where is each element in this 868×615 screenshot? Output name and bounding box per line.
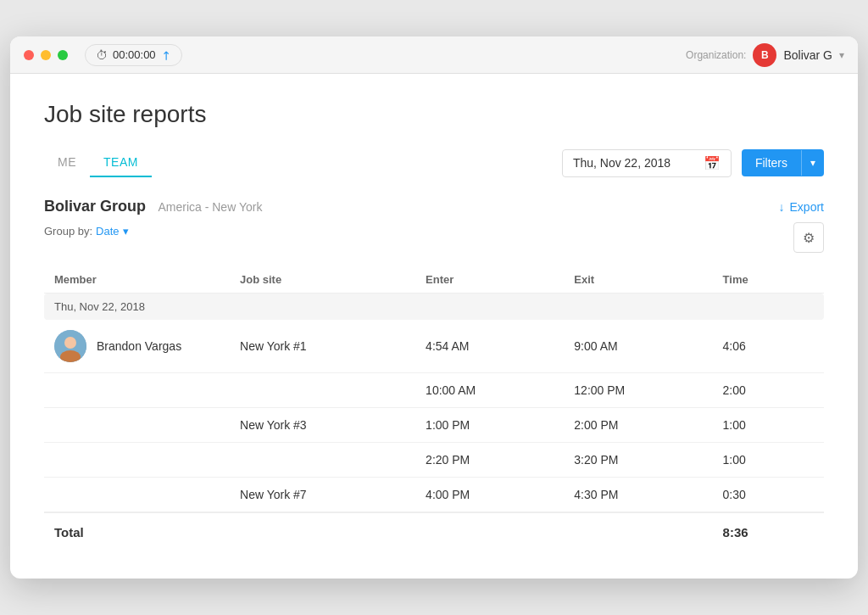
table-row: New York #31:00 PM2:00 PM1:00 xyxy=(44,408,824,443)
job-site-cell: New York #1 xyxy=(230,320,415,373)
org-label: Organization: xyxy=(686,49,746,61)
titlebar: ⏱ 00:00:00 ↗ Organization: B Bolivar G ▾ xyxy=(10,36,858,74)
member-cell xyxy=(44,373,230,408)
org-chevron-icon: ▾ xyxy=(839,49,844,61)
member-cell: Brandon Vargas xyxy=(44,320,230,373)
tab-group: ME TEAM xyxy=(44,148,152,177)
group-by-chevron-icon: ▾ xyxy=(123,225,129,238)
col-time: Time xyxy=(713,266,824,294)
table-header: Member Job site Enter Exit Time xyxy=(44,266,824,294)
page-title: Job site reports xyxy=(44,101,824,128)
close-button[interactable] xyxy=(24,50,34,60)
time-cell: 0:30 xyxy=(713,478,824,513)
table-row: 2:20 PM3:20 PM1:00 xyxy=(44,443,824,478)
timer-display: 00:00:00 xyxy=(113,48,156,61)
group-header: Bolivar Group America - New York ↓ Expor… xyxy=(44,198,824,215)
group-by-label: Group by: xyxy=(44,225,92,238)
gear-icon: ⚙ xyxy=(803,230,815,246)
group-title: Bolivar Group xyxy=(44,198,146,215)
filters-button[interactable]: Filters ▾ xyxy=(742,149,824,176)
org-avatar: B xyxy=(753,43,776,67)
export-button[interactable]: ↓ Export xyxy=(779,200,824,214)
group-subtitle: America - New York xyxy=(158,200,262,214)
job-site-cell xyxy=(230,373,415,408)
exit-cell: 12:00 PM xyxy=(564,373,712,408)
org-name: Bolivar G xyxy=(783,48,832,62)
group-title-section: Bolivar Group America - New York xyxy=(44,198,262,215)
export-label: Export xyxy=(790,200,824,214)
tab-me[interactable]: ME xyxy=(44,148,90,177)
time-cell: 2:00 xyxy=(713,373,824,408)
org-section[interactable]: Organization: B Bolivar G ▾ xyxy=(686,43,844,67)
group-by-control: Group by: Date ▾ xyxy=(44,225,129,238)
table-row: Brandon VargasNew York #14:54 AM9:00 AM4… xyxy=(44,320,824,373)
exit-cell: 9:00 AM xyxy=(564,320,712,373)
exit-cell: 2:00 PM xyxy=(564,408,712,443)
col-member: Member xyxy=(44,266,230,294)
time-cell: 1:00 xyxy=(713,408,824,443)
enter-cell: 1:00 PM xyxy=(415,408,564,443)
date-group-row: Thu, Nov 22, 2018 xyxy=(44,294,824,321)
total-row: Total8:36 xyxy=(44,512,824,551)
job-site-cell: New York #3 xyxy=(230,408,415,443)
member-name: Brandon Vargas xyxy=(97,339,181,353)
export-icon: ↓ xyxy=(779,200,785,214)
report-table: Member Job site Enter Exit Time Thu, Nov… xyxy=(44,266,824,551)
total-value: 8:36 xyxy=(713,512,824,551)
enter-cell: 2:20 PM xyxy=(415,443,564,478)
date-value: Thu, Nov 22, 2018 xyxy=(573,156,697,170)
col-enter: Enter xyxy=(415,266,564,294)
minimize-button[interactable] xyxy=(41,50,51,60)
filters-label: Filters xyxy=(742,149,801,176)
calendar-icon: 📅 xyxy=(704,155,721,171)
table-row: New York #74:00 PM4:30 PM0:30 xyxy=(44,478,824,513)
col-exit: Exit xyxy=(564,266,712,294)
app-window: ⏱ 00:00:00 ↗ Organization: B Bolivar G ▾… xyxy=(10,36,858,579)
timer-arrow-icon: ↗ xyxy=(158,47,175,64)
tabs-bar: ME TEAM Thu, Nov 22, 2018 📅 Filters ▾ xyxy=(44,148,824,177)
member-cell xyxy=(44,443,230,478)
col-jobsite: Job site xyxy=(230,266,415,294)
enter-cell: 4:00 PM xyxy=(415,478,564,513)
exit-cell: 3:20 PM xyxy=(564,443,712,478)
toolbar-right: Thu, Nov 22, 2018 📅 Filters ▾ xyxy=(562,149,824,177)
traffic-lights xyxy=(24,50,68,60)
enter-cell: 10:00 AM xyxy=(415,373,564,408)
time-cell: 4:06 xyxy=(713,320,824,373)
svg-point-1 xyxy=(64,337,76,349)
settings-button[interactable]: ⚙ xyxy=(793,222,824,253)
job-site-cell: New York #7 xyxy=(230,478,415,513)
fullscreen-button[interactable] xyxy=(58,50,68,60)
total-label: Total xyxy=(44,512,230,551)
tab-team[interactable]: TEAM xyxy=(90,148,152,177)
member-cell xyxy=(44,408,230,443)
time-cell: 1:00 xyxy=(713,443,824,478)
filters-chevron-icon: ▾ xyxy=(801,150,824,176)
date-picker[interactable]: Thu, Nov 22, 2018 📅 xyxy=(562,149,732,177)
clock-icon: ⏱ xyxy=(96,48,108,62)
timer-widget[interactable]: ⏱ 00:00:00 ↗ xyxy=(85,44,182,66)
table-row: 10:00 AM12:00 PM2:00 xyxy=(44,373,824,408)
job-site-cell xyxy=(230,443,415,478)
exit-cell: 4:30 PM xyxy=(564,478,712,513)
enter-cell: 4:54 AM xyxy=(415,320,564,373)
main-content: Job site reports ME TEAM Thu, Nov 22, 20… xyxy=(10,74,858,579)
group-by-value[interactable]: Date xyxy=(96,225,119,238)
member-cell xyxy=(44,478,230,513)
avatar xyxy=(54,330,86,362)
